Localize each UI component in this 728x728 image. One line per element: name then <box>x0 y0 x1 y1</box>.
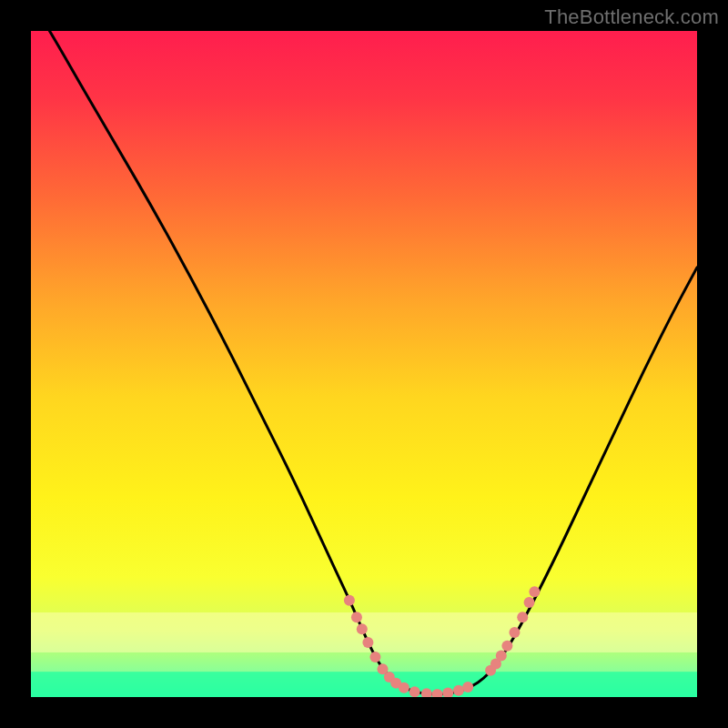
optimal-band-green <box>31 672 697 697</box>
accent-dot <box>462 682 473 693</box>
accent-dot <box>410 686 420 697</box>
accent-dot <box>453 685 464 696</box>
chart-frame: TheBottleneck.com <box>0 0 728 728</box>
accent-dot <box>524 597 535 608</box>
accent-dot <box>496 651 507 662</box>
accent-dot <box>357 623 368 634</box>
plot-area <box>31 11 697 700</box>
accent-dot <box>351 612 362 622</box>
watermark-text: TheBottleneck.com <box>544 5 719 29</box>
accent-dot <box>509 627 520 638</box>
accent-dot <box>517 612 528 622</box>
gradient-background <box>31 31 697 697</box>
accent-dot <box>344 595 355 606</box>
accent-dot <box>399 682 410 693</box>
chart-canvas <box>0 0 728 728</box>
accent-dot <box>442 688 453 699</box>
accent-dot <box>501 641 512 652</box>
accent-dot <box>529 586 540 597</box>
accent-dot <box>369 652 380 662</box>
accent-dot <box>362 637 373 648</box>
